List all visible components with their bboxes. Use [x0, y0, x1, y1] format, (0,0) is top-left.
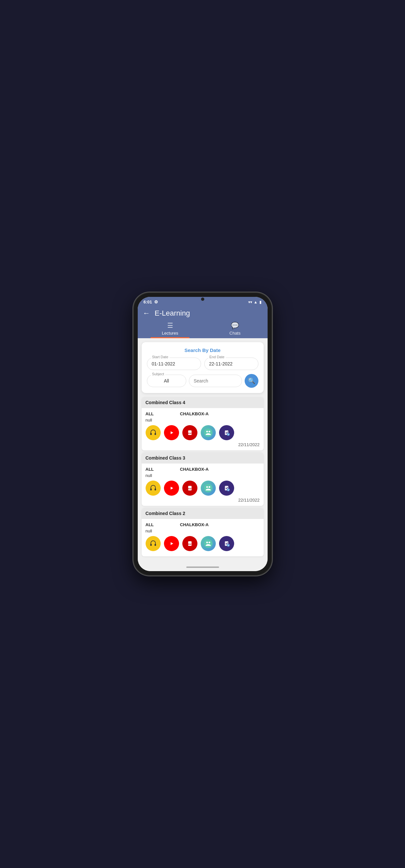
search-card: Search By Date Start Date End Date Subje…	[142, 342, 264, 393]
people-icon[interactable]	[201, 536, 216, 551]
svg-point-23	[206, 486, 208, 488]
lecture-icons-row: PDF	[146, 480, 260, 496]
checklist-icon[interactable]	[219, 425, 234, 440]
youtube-icon[interactable]	[164, 425, 179, 440]
battery-icon: ▮	[259, 300, 262, 304]
status-left: 6:01 ⚙	[144, 300, 158, 304]
start-date-input[interactable]	[147, 358, 201, 370]
top-bar: ← E-Learning	[138, 306, 268, 317]
lecture-tag: ALL	[146, 522, 154, 527]
lecture-date: 22/11/2022	[146, 442, 260, 447]
headphone-icon[interactable]	[146, 425, 161, 440]
youtube-icon[interactable]	[164, 480, 179, 496]
search-text-input[interactable]	[189, 375, 242, 387]
wifi-icon: ▾▾	[248, 300, 252, 304]
pdf-icon[interactable]: PDF	[182, 425, 197, 440]
chats-tab-icon: 💬	[231, 321, 239, 329]
home-bar	[186, 566, 219, 568]
lecture-body: ALL CHALKBOX-A null	[142, 519, 264, 556]
subject-input[interactable]	[147, 375, 186, 387]
subject-field: Subject	[147, 375, 186, 387]
lecture-meta-row: ALL CHALKBOX-A	[146, 522, 260, 527]
svg-text:PDF: PDF	[188, 432, 191, 434]
start-date-label: Start Date	[151, 355, 170, 359]
lecture-card-class2[interactable]: Combined Class 2 ALL CHALKBOX-A null	[142, 508, 264, 556]
lecture-tag: ALL	[146, 411, 154, 416]
svg-point-8	[204, 428, 212, 437]
phone-screen: 6:01 ⚙ ▾▾ ▲ ▮ ← E-Learning ☰ Lectures 💬 …	[138, 297, 268, 571]
lecture-date: 22/11/2022	[146, 498, 260, 502]
svg-point-22	[204, 484, 212, 492]
search-button[interactable]: 🔍	[245, 374, 258, 388]
svg-text:PDF: PDF	[188, 488, 191, 490]
svg-rect-1	[150, 433, 152, 435]
end-date-field: End Date	[204, 358, 258, 370]
lecture-meta-row: ALL CHALKBOX-A	[146, 411, 260, 416]
svg-text:PDF: PDF	[188, 543, 191, 545]
svg-rect-29	[150, 544, 152, 546]
svg-point-36	[204, 539, 212, 548]
svg-point-24	[208, 486, 210, 488]
camera-dot	[201, 298, 204, 301]
lecture-card-header: Combined Class 2	[142, 508, 264, 519]
chats-tab-label: Chats	[229, 331, 241, 336]
subject-search-row: Subject 🔍	[147, 374, 258, 388]
lectures-tab-label: Lectures	[162, 331, 178, 336]
svg-point-9	[206, 431, 208, 432]
lecture-null: null	[146, 473, 260, 478]
tab-lectures[interactable]: ☰ Lectures	[138, 317, 202, 338]
pdf-icon[interactable]: PDF	[182, 536, 197, 551]
status-right: ▾▾ ▲ ▮	[248, 300, 262, 304]
svg-point-10	[208, 431, 210, 432]
people-icon[interactable]	[201, 425, 216, 440]
lecture-null: null	[146, 417, 260, 423]
lecture-meta-row: ALL CHALKBOX-A	[146, 467, 260, 472]
settings-icon: ⚙	[154, 300, 158, 304]
class-title: Combined Class 4	[146, 400, 185, 405]
search-card-title: Search By Date	[147, 347, 258, 353]
people-icon[interactable]	[201, 480, 216, 496]
tab-chats[interactable]: 💬 Chats	[202, 317, 268, 338]
search-input-wrap	[189, 375, 242, 387]
svg-rect-16	[154, 489, 156, 490]
date-row: Start Date End Date	[147, 358, 258, 370]
back-button[interactable]: ←	[143, 310, 150, 317]
headphone-icon[interactable]	[146, 480, 161, 496]
svg-point-37	[206, 541, 208, 543]
pdf-icon[interactable]: PDF	[182, 480, 197, 496]
headphone-icon[interactable]	[146, 536, 161, 551]
content-area: Search By Date Start Date End Date Subje…	[138, 338, 268, 563]
svg-point-38	[208, 541, 210, 543]
svg-rect-30	[154, 544, 156, 546]
lecture-body: ALL CHALKBOX-A null	[142, 464, 264, 506]
svg-point-41	[227, 544, 229, 547]
lecture-card-class4[interactable]: Combined Class 4 ALL CHALKBOX-A null	[142, 397, 264, 451]
lecture-chalkbox: CHALKBOX-A	[180, 467, 209, 472]
search-btn-icon: 🔍	[248, 377, 255, 384]
svg-point-13	[227, 433, 229, 436]
lecture-icons-row: PDF	[146, 536, 260, 551]
lecture-tag: ALL	[146, 467, 154, 472]
end-date-input[interactable]	[204, 358, 258, 370]
lecture-card-class3[interactable]: Combined Class 3 ALL CHALKBOX-A null	[142, 453, 264, 506]
checklist-icon[interactable]	[219, 480, 234, 496]
class-title: Combined Class 3	[146, 455, 185, 461]
youtube-icon[interactable]	[164, 536, 179, 551]
time-display: 6:01	[144, 300, 152, 304]
home-indicator	[138, 563, 268, 571]
app-title: E-Learning	[155, 309, 190, 317]
lecture-icons-row: PDF	[146, 425, 260, 440]
svg-rect-2	[154, 433, 156, 435]
svg-point-27	[227, 489, 229, 491]
lecture-card-header: Combined Class 3	[142, 453, 264, 464]
tab-bar: ☰ Lectures 💬 Chats	[138, 317, 268, 338]
lecture-body: ALL CHALKBOX-A null	[142, 408, 264, 451]
lecture-chalkbox: CHALKBOX-A	[180, 522, 209, 527]
lecture-card-header: Combined Class 4	[142, 397, 264, 408]
phone-frame: 6:01 ⚙ ▾▾ ▲ ▮ ← E-Learning ☰ Lectures 💬 …	[134, 293, 272, 575]
lectures-tab-icon: ☰	[167, 321, 173, 329]
subject-label: Subject	[151, 372, 166, 376]
class-title: Combined Class 2	[146, 511, 185, 516]
svg-rect-15	[150, 489, 152, 490]
checklist-icon[interactable]	[219, 536, 234, 551]
